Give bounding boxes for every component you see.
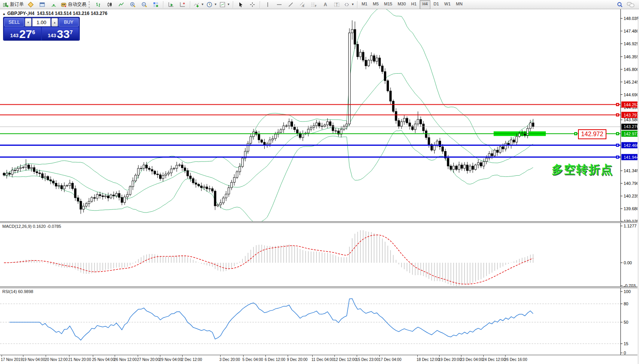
time-tick-mark bbox=[312, 355, 313, 357]
auto-scroll-button[interactable] bbox=[165, 0, 177, 9]
timeframe-toolbar: M1M5M15M30H1H4D1W1MN bbox=[359, 0, 465, 9]
timeframe-button-m30[interactable]: M30 bbox=[395, 0, 408, 9]
chat-icon[interactable] bbox=[627, 2, 634, 8]
main-chart-canvas[interactable]: 148.035147.480146.925146.355145.800145.2… bbox=[0, 9, 639, 221]
macd-label: MACD(12,26,9) 0.1620 -0.0785 bbox=[2, 224, 61, 229]
time-axis-label: 15 Dec 23:00 bbox=[356, 357, 379, 362]
time-tick-mark bbox=[23, 355, 23, 357]
profile-button[interactable] bbox=[25, 0, 36, 9]
sell-price-big: 27 bbox=[19, 29, 32, 40]
timeframe-button-m15[interactable]: M15 bbox=[382, 0, 394, 9]
timeframe-button-w1[interactable]: W1 bbox=[442, 0, 453, 9]
line-chart-icon bbox=[118, 2, 124, 8]
toolbar-separator bbox=[260, 1, 260, 8]
arrows-button[interactable]: ▼ bbox=[343, 0, 356, 9]
zoom-in-button[interactable] bbox=[127, 0, 138, 9]
gold-diamond-icon bbox=[28, 2, 34, 8]
time-axis[interactable]: 17 Nov 201919 Nov 04:0020 Nov 12:0021 No… bbox=[0, 355, 639, 364]
sell-price-prefix: 143 bbox=[10, 32, 19, 40]
price-axis-tick: 145.800 bbox=[624, 67, 639, 72]
indicators-button[interactable]: ▼ bbox=[192, 0, 205, 9]
sell-button[interactable]: SELL bbox=[4, 18, 24, 26]
buy-price-display[interactable]: 143 33 7 bbox=[42, 27, 79, 40]
timeframe-button-h4[interactable]: H4 bbox=[420, 0, 430, 9]
main-toolbar: 新订单 自动交易 ▼ ▼ ▼ E F A T ▼ M1M5M15M30H1H4D… bbox=[0, 0, 639, 9]
time-axis-label: 3 Dec 20:00 bbox=[219, 357, 240, 362]
price-axis-tick: 143.580 bbox=[624, 117, 639, 122]
new-order-button[interactable]: 新订单 bbox=[2, 0, 25, 9]
time-tick-mark bbox=[417, 355, 418, 357]
price-callout-box[interactable]: 142.972 bbox=[578, 129, 606, 139]
buy-price-prefix: 143 bbox=[48, 32, 56, 40]
expert-advisor-icon bbox=[61, 2, 67, 8]
buy-button[interactable]: BUY bbox=[59, 18, 79, 26]
timeframe-button-m1[interactable]: M1 bbox=[359, 0, 370, 9]
candlestick-icon bbox=[107, 2, 113, 8]
chart-shift-button[interactable] bbox=[177, 0, 188, 9]
line-chart-button[interactable] bbox=[115, 0, 127, 9]
one-click-trading-panel: SELL ▼ 1.00 ▲ BUY 143 27 6 143 33 7 bbox=[3, 17, 80, 41]
bar-chart-button[interactable] bbox=[92, 0, 104, 9]
signal-icon bbox=[51, 2, 57, 8]
text-icon: A bbox=[322, 2, 328, 8]
timeframe-button-m5[interactable]: M5 bbox=[371, 0, 381, 9]
volume-decrease-button[interactable]: ▼ bbox=[25, 18, 31, 26]
fibonacci-icon: F bbox=[311, 2, 317, 8]
window-icon bbox=[39, 2, 45, 8]
templates-button[interactable]: ▼ bbox=[218, 0, 231, 9]
time-axis-label: 29 Nov 04:00 bbox=[159, 357, 182, 362]
volume-input[interactable]: 1.00 bbox=[32, 18, 51, 26]
search-icon[interactable] bbox=[617, 2, 623, 8]
candles-layer bbox=[3, 20, 534, 214]
cursor-button[interactable] bbox=[235, 0, 247, 9]
tile-windows-icon bbox=[153, 2, 159, 8]
rsi-label: RSI(14) 60.9898 bbox=[2, 289, 33, 294]
time-axis-label: 11 Dec 04:00 bbox=[311, 357, 334, 362]
rsi-canvas[interactable]: 1008050150 bbox=[0, 288, 639, 355]
horizontal-line-button[interactable] bbox=[273, 0, 285, 9]
time-tick-mark bbox=[483, 355, 484, 357]
time-tick-mark bbox=[2, 355, 2, 357]
timeframe-button-mn[interactable]: MN bbox=[454, 0, 465, 9]
svg-text:143.797: 143.797 bbox=[624, 113, 639, 117]
time-axis-label: 20 Nov 12:00 bbox=[45, 357, 68, 362]
turning-point-annotation[interactable]: 多空转折点 bbox=[552, 162, 613, 178]
signals-button[interactable] bbox=[48, 0, 59, 9]
tile-windows-button[interactable] bbox=[150, 0, 161, 9]
main-price-pane[interactable]: 148.035147.480146.925146.355145.800145.2… bbox=[0, 9, 639, 221]
timeframe-button-h1[interactable]: H1 bbox=[409, 0, 419, 9]
macd-pane[interactable]: 1.12770.00-0.703 MACD(12,26,9) 0.1620 -0… bbox=[0, 223, 639, 287]
arrows-icon bbox=[344, 2, 350, 8]
candlestick-button[interactable] bbox=[104, 0, 115, 9]
periods-button[interactable]: ▼ bbox=[205, 0, 218, 9]
cursor-icon bbox=[238, 2, 244, 8]
time-tick-mark bbox=[505, 355, 506, 357]
time-tick-mark bbox=[220, 355, 221, 357]
rsi-pane[interactable]: 1008050150 RSI(14) 60.9898 bbox=[0, 288, 639, 355]
trendline-button[interactable] bbox=[285, 0, 296, 9]
time-tick-mark bbox=[288, 355, 288, 357]
text-label-button[interactable]: T bbox=[331, 0, 343, 9]
chart-window[interactable]: 148.035147.480146.925146.355145.800145.2… bbox=[0, 9, 639, 364]
price-axis-tick: 145.245 bbox=[624, 80, 639, 84]
ohlc-values: 143.514 143.514 143.216 143.276 bbox=[37, 11, 107, 16]
indicators-icon bbox=[193, 2, 199, 8]
macd-canvas[interactable]: 1.12770.00-0.703 bbox=[0, 223, 639, 287]
text-button[interactable]: A bbox=[320, 0, 331, 9]
time-tick-mark bbox=[69, 355, 69, 357]
market-watch-button[interactable] bbox=[36, 0, 48, 9]
volume-increase-button[interactable]: ▲ bbox=[51, 18, 58, 26]
time-axis-label: 19 Nov 04:00 bbox=[22, 357, 45, 362]
collapse-arrow-icon[interactable]: ▲ bbox=[2, 12, 6, 16]
crosshair-icon bbox=[249, 2, 255, 8]
time-tick-mark bbox=[160, 355, 160, 357]
sell-price-display[interactable]: 143 27 6 bbox=[4, 27, 41, 40]
vertical-line-button[interactable] bbox=[262, 0, 273, 9]
zoom-out-button[interactable] bbox=[138, 0, 150, 9]
crosshair-button[interactable] bbox=[247, 0, 258, 9]
fibonacci-button[interactable]: F bbox=[308, 0, 320, 9]
channel-button[interactable]: E bbox=[296, 0, 308, 9]
auto-trading-button[interactable]: 自动交易 bbox=[59, 0, 87, 9]
price-axis-tick: 146.925 bbox=[624, 41, 639, 46]
timeframe-button-d1[interactable]: D1 bbox=[431, 0, 441, 9]
